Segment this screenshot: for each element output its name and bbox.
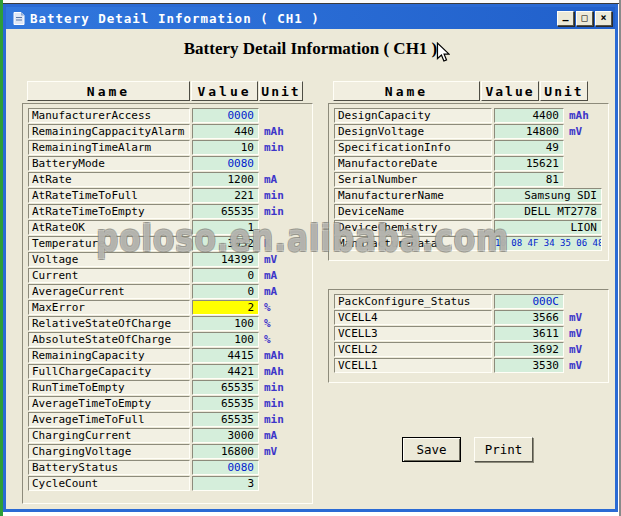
table-row: ManufactoreDate15621 <box>334 156 608 171</box>
table-row: ManufactureData10 08 4F 34 35 06 48 <box>334 236 608 251</box>
row-value[interactable]: 15621 <box>494 156 564 171</box>
row-value[interactable]: 3032 <box>192 236 259 251</box>
row-value[interactable]: 3530 <box>494 358 564 373</box>
row-value[interactable]: 3 <box>192 476 259 491</box>
row-name: AverageTimeToFull <box>28 412 190 427</box>
row-name: RemainingCappacityAlarm <box>28 124 190 139</box>
row-value[interactable]: 65535 <box>192 380 259 395</box>
row-name: RelativeStateOfCharge <box>28 316 190 331</box>
row-value[interactable]: LION <box>494 220 602 235</box>
table-row: RunTimeToEmpty65535min <box>28 380 312 395</box>
close-button[interactable]: × <box>595 11 612 26</box>
row-value[interactable]: DELL MT2778 <box>494 204 602 219</box>
row-value[interactable]: 16800 <box>192 444 259 459</box>
left-table: ManufacturerAccess0000RemainingCappacity… <box>22 103 313 504</box>
row-name: ChargingCurrent <box>28 428 190 443</box>
table-row: FullChargeCapacity4421mAh <box>28 364 312 379</box>
row-value[interactable]: Samsung SDI <box>494 188 602 203</box>
print-button[interactable]: Print <box>474 437 533 462</box>
row-name: DesignCapacity <box>334 108 492 123</box>
table-row: VCELL23692mV <box>334 342 608 357</box>
row-unit: mA <box>264 428 277 443</box>
row-unit: mV <box>264 444 277 459</box>
row-value[interactable]: 65535 <box>192 396 259 411</box>
window-title: Battery Detail Information ( CH1 ) <box>30 11 320 26</box>
save-button[interactable]: Save <box>402 437 461 462</box>
row-value[interactable]: 0000 <box>192 108 259 123</box>
table-row: BatteryMode0080 <box>28 156 312 171</box>
table-row: ManufacturerAccess0000 <box>28 108 312 123</box>
table-row: DeviceChemistryLION <box>334 220 608 235</box>
row-value[interactable]: 3000 <box>192 428 259 443</box>
row-value[interactable]: 1 <box>192 220 259 235</box>
row-unit: mAh <box>264 124 284 139</box>
row-value[interactable]: 65535 <box>192 204 259 219</box>
row-value[interactable]: 4421 <box>192 364 259 379</box>
table-row: RemainingTimeAlarm10min <box>28 140 312 155</box>
row-unit: min <box>264 188 284 203</box>
table-row: AbsoluteStateOfCharge100% <box>28 332 312 347</box>
row-unit: mAh <box>569 108 589 123</box>
row-value[interactable]: 4400 <box>494 108 564 123</box>
table-row: SerialNumber81 <box>334 172 608 187</box>
row-value[interactable]: 2 <box>192 300 259 315</box>
row-name: AtRateTimeToEmpty <box>28 204 190 219</box>
row-unit: % <box>264 300 271 315</box>
row-unit: mV <box>569 342 582 357</box>
maximize-button[interactable]: □ <box>576 11 593 26</box>
row-name: CycleCount <box>28 476 190 491</box>
row-value[interactable]: 0 <box>192 284 259 299</box>
row-unit: mA <box>264 172 277 187</box>
row-name: BatteryStatus <box>28 460 190 475</box>
table-row: PackConfigure_Status000C <box>334 294 608 309</box>
row-value[interactable]: 221 <box>192 188 259 203</box>
table-row: AtRateTimeToEmpty65535min <box>28 204 312 219</box>
row-unit: mAh <box>264 348 284 363</box>
table-row: DesignCapacity4400mAh <box>334 108 608 123</box>
row-name: RemainingCapacity <box>28 348 190 363</box>
row-value[interactable]: 10 <box>192 140 259 155</box>
minimize-button[interactable]: – <box>557 11 574 26</box>
row-name: DeviceChemistry <box>334 220 492 235</box>
titlebar[interactable]: Battery Detail Information ( CH1 ) – □ × <box>6 7 615 29</box>
table-row: ChargingCurrent3000mA <box>28 428 312 443</box>
row-value[interactable]: 3566 <box>494 310 564 325</box>
row-name: VCELL3 <box>334 326 492 341</box>
row-value[interactable]: 4415 <box>192 348 259 363</box>
row-value[interactable]: 14800 <box>494 124 564 139</box>
row-name: SerialNumber <box>334 172 492 187</box>
row-value[interactable]: 000C <box>494 294 564 309</box>
row-value[interactable]: 100 <box>192 332 259 347</box>
row-unit: min <box>264 204 284 219</box>
row-value[interactable]: 14399 <box>192 252 259 267</box>
row-name: AtRateOK <box>28 220 190 235</box>
row-value[interactable]: 49 <box>494 140 564 155</box>
row-name: RunTimeToEmpty <box>28 380 190 395</box>
row-name: RemainingTimeAlarm <box>28 140 190 155</box>
row-value[interactable]: 3692 <box>494 342 564 357</box>
row-value[interactable]: 0 <box>192 268 259 283</box>
row-unit: mV <box>569 358 582 373</box>
row-value[interactable]: 440 <box>192 124 259 139</box>
row-name: AtRate <box>28 172 190 187</box>
table-row: CycleCount3 <box>28 476 312 491</box>
row-value[interactable]: 10 08 4F 34 35 06 48 <box>494 236 602 251</box>
table-row: AverageTimeToEmpty65535min <box>28 396 312 411</box>
right-table: DesignCapacity4400mAhDesignVoltage14800m… <box>328 103 609 261</box>
table-row: MaxError2% <box>28 300 312 315</box>
row-value[interactable]: 100 <box>192 316 259 331</box>
row-value[interactable]: 81 <box>494 172 564 187</box>
app-icon <box>11 11 26 26</box>
row-value[interactable]: 0080 <box>192 156 259 171</box>
row-name: AverageTimeToEmpty <box>28 396 190 411</box>
row-value[interactable]: 0080 <box>192 460 259 475</box>
right-header-value: Value <box>481 81 539 101</box>
row-name: MaxError <box>28 300 190 315</box>
table-row: RemainingCapacity4415mAh <box>28 348 312 363</box>
table-row: AtRateTimeToFull221min <box>28 188 312 203</box>
row-value[interactable]: 3611 <box>494 326 564 341</box>
row-name: VCELL2 <box>334 342 492 357</box>
row-value[interactable]: 65535 <box>192 412 259 427</box>
row-value[interactable]: 1200 <box>192 172 259 187</box>
row-name: DesignVoltage <box>334 124 492 139</box>
